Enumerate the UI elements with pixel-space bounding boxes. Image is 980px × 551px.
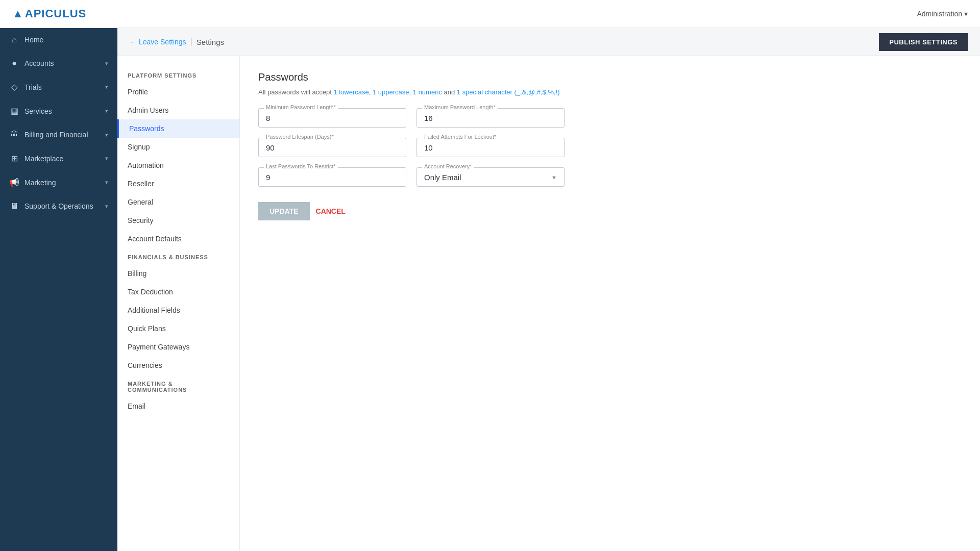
settings-title: Settings: [197, 38, 224, 46]
logo: ▲ APICULUS: [12, 7, 86, 20]
cancel-button[interactable]: CANCEL: [316, 207, 346, 215]
settings-sidebar: PLATFORM SETTINGS Profile Admin Users Pa…: [117, 56, 240, 551]
accounts-icon: ●: [9, 59, 19, 68]
form-actions: UPDATE CANCEL: [258, 202, 962, 220]
passwords-form-grid: Minimum Password Length* Maximum Passwor…: [258, 108, 565, 187]
failed-attempts-label: Failed Attempts For Lockout*: [422, 134, 498, 140]
settings-nav-tax-deduction[interactable]: Tax Deduction: [117, 283, 239, 301]
settings-nav-security[interactable]: Security: [117, 211, 239, 230]
settings-nav-passwords[interactable]: Passwords: [117, 119, 239, 138]
sidebar-label-home: Home: [24, 36, 43, 44]
platform-section-title: PLATFORM SETTINGS: [117, 66, 239, 83]
sidebar-label-accounts: Accounts: [24, 59, 54, 67]
sidebar-label-marketplace: Marketplace: [24, 155, 63, 163]
password-lifespan-input[interactable]: [266, 143, 399, 152]
chevron-down-icon: ▾: [105, 108, 108, 114]
sidebar-item-marketplace[interactable]: ⊞ Marketplace ▾: [0, 146, 117, 170]
min-password-length-field: Minimum Password Length*: [258, 108, 406, 128]
password-lifespan-label: Password Lifespan (Days)*: [264, 134, 336, 140]
divider: |: [190, 37, 192, 46]
logo-icon: ▲: [12, 7, 23, 20]
settings-nav-general[interactable]: General: [117, 193, 239, 211]
settings-content: Passwords All passwords will accept 1 lo…: [240, 56, 980, 551]
top-header: ▲ APICULUS Administration ▾: [0, 0, 980, 28]
sidebar-item-home[interactable]: ⌂ Home: [0, 28, 117, 52]
settings-nav-currencies[interactable]: Currencies: [117, 356, 239, 374]
settings-nav-payment-gateways[interactable]: Payment Gateways: [117, 338, 239, 356]
billing-icon: 🏛: [9, 130, 19, 139]
section-description: All passwords will accept 1 lowercase, 1…: [258, 88, 962, 96]
max-password-length-field: Maximum Password Length*: [416, 108, 565, 128]
chevron-down-icon: ▾: [105, 203, 108, 210]
content-area: ← Leave Settings | Settings PUBLISH SETT…: [117, 28, 980, 551]
settings-nav-email[interactable]: Email: [117, 397, 239, 415]
back-label: Leave Settings: [139, 38, 186, 46]
sub-header: ← Leave Settings | Settings PUBLISH SETT…: [117, 28, 980, 56]
marketing-section-title: MARKETING & COMMUNICATIONS: [117, 374, 239, 397]
publish-settings-button[interactable]: PUBLISH SETTINGS: [879, 33, 968, 51]
password-lifespan-field: Password Lifespan (Days)*: [258, 138, 406, 157]
account-recovery-field: Account Recovery* Only Email Only Phone …: [416, 167, 565, 187]
chevron-down-icon: ▾: [105, 60, 108, 67]
logo-text: APICULUS: [25, 7, 86, 20]
failed-attempts-input[interactable]: [424, 143, 557, 152]
services-icon: ▦: [9, 106, 19, 116]
back-arrow-icon: ←: [130, 38, 137, 46]
account-recovery-label: Account Recovery*: [422, 163, 474, 169]
sidebar-label-marketing: Marketing: [24, 179, 56, 187]
settings-nav-quick-plans[interactable]: Quick Plans: [117, 319, 239, 338]
update-button[interactable]: UPDATE: [258, 202, 310, 220]
min-password-length-label: Minimum Password Length*: [264, 104, 338, 110]
settings-nav-additional-fields[interactable]: Additional Fields: [117, 301, 239, 319]
sidebar-label-trials: Trials: [24, 83, 42, 91]
section-heading: Passwords: [258, 71, 962, 83]
settings-nav-admin-users[interactable]: Admin Users: [117, 101, 239, 119]
failed-attempts-field: Failed Attempts For Lockout*: [416, 138, 565, 157]
sidebar-item-support[interactable]: 🖥 Support & Operations ▾: [0, 194, 117, 218]
page-body: PLATFORM SETTINGS Profile Admin Users Pa…: [117, 56, 980, 551]
sidebar-item-services[interactable]: ▦ Services ▾: [0, 99, 117, 123]
sidebar-item-trials[interactable]: ◇ Trials ▾: [0, 75, 117, 99]
support-icon: 🖥: [9, 202, 19, 211]
settings-nav-signup[interactable]: Signup: [117, 138, 239, 156]
settings-nav-reseller[interactable]: Reseller: [117, 174, 239, 193]
last-passwords-label: Last Passwords To Restrict*: [264, 163, 338, 169]
chevron-down-icon: ▾: [105, 84, 108, 90]
sidebar-label-billing: Billing and Financial: [24, 131, 88, 139]
marketplace-icon: ⊞: [9, 154, 19, 163]
max-password-length-input[interactable]: [424, 114, 557, 122]
last-passwords-input[interactable]: [266, 173, 399, 182]
sidebar-label-support: Support & Operations: [24, 202, 93, 210]
chevron-down-icon: ▾: [105, 132, 108, 138]
financials-section-title: FINANCIALS & BUSINESS: [117, 248, 239, 264]
settings-nav-billing[interactable]: Billing: [117, 264, 239, 283]
chevron-down-icon: ▾: [105, 179, 108, 186]
last-passwords-field: Last Passwords To Restrict*: [258, 167, 406, 187]
back-link[interactable]: ← Leave Settings: [130, 38, 186, 46]
max-password-length-label: Maximum Password Length*: [422, 104, 498, 110]
sidebar-item-billing[interactable]: 🏛 Billing and Financial ▾: [0, 123, 117, 146]
sidebar: ⌂ Home ● Accounts ▾ ◇ Trials ▾ ▦ Service…: [0, 28, 117, 551]
min-password-length-input[interactable]: [266, 114, 399, 122]
home-icon: ⌂: [9, 35, 19, 44]
sidebar-label-services: Services: [24, 107, 52, 115]
settings-nav-automation[interactable]: Automation: [117, 156, 239, 174]
sidebar-item-marketing[interactable]: 📢 Marketing ▾: [0, 170, 117, 194]
chevron-down-icon: ▾: [105, 155, 108, 162]
admin-menu[interactable]: Administration ▾: [917, 10, 968, 18]
trials-icon: ◇: [9, 82, 19, 92]
account-recovery-select[interactable]: Only Email Only Phone Email or Phone: [424, 173, 557, 182]
main-layout: ⌂ Home ● Accounts ▾ ◇ Trials ▾ ▦ Service…: [0, 28, 980, 551]
settings-nav-account-defaults[interactable]: Account Defaults: [117, 230, 239, 248]
marketing-icon: 📢: [9, 178, 19, 187]
settings-nav-profile[interactable]: Profile: [117, 83, 239, 101]
sidebar-item-accounts[interactable]: ● Accounts ▾: [0, 52, 117, 75]
